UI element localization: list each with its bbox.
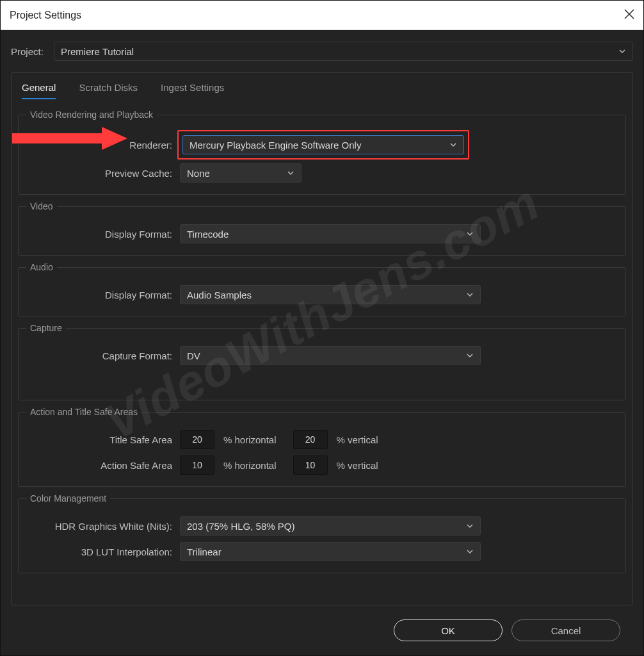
group-legend: Audio <box>26 262 57 272</box>
title-safe-label: Title Safe Area <box>26 434 180 445</box>
chevron-down-icon <box>449 140 457 151</box>
group-video: Video Display Format: Timecode <box>18 201 626 256</box>
hdr-white-label: HDR Graphics White (Nits): <box>26 521 180 532</box>
group-legend: Action and Title Safe Areas <box>26 407 141 417</box>
video-display-format-label: Display Format: <box>26 229 180 240</box>
project-select[interactable]: Premiere Tutorial <box>54 42 633 61</box>
title-safe-vertical-input[interactable]: 20 <box>293 430 328 449</box>
group-safe-areas: Action and Title Safe Areas Title Safe A… <box>18 407 626 487</box>
lut-interpolation-select[interactable]: Trilinear <box>180 542 481 561</box>
group-capture: Capture Capture Format: DV <box>18 323 626 400</box>
window-title: Project Settings <box>10 10 81 21</box>
titlebar: Project Settings <box>1 1 643 30</box>
group-audio: Audio Display Format: Audio Samples <box>18 262 626 316</box>
cancel-button[interactable]: Cancel <box>511 619 620 641</box>
pct-horizontal-label: % horizontal <box>223 434 277 445</box>
group-legend: Color Management <box>26 493 110 504</box>
group-rendering: Video Rendering and Playback Renderer: M… <box>18 110 626 195</box>
lut-interpolation-value: Trilinear <box>187 546 221 557</box>
chevron-down-icon <box>618 46 626 57</box>
tab-scratch-disks[interactable]: Scratch Disks <box>79 82 138 99</box>
group-color-management: Color Management HDR Graphics White (Nit… <box>18 493 626 573</box>
project-value: Premiere Tutorial <box>61 46 134 57</box>
chevron-down-icon <box>466 521 474 532</box>
action-safe-horizontal-input[interactable]: 10 <box>180 455 214 475</box>
renderer-select[interactable]: Mercury Playback Engine Software Only <box>182 135 464 154</box>
action-safe-vertical-input[interactable]: 10 <box>293 455 328 475</box>
group-legend: Video Rendering and Playback <box>26 110 157 120</box>
pct-vertical-label: % vertical <box>337 460 378 471</box>
audio-display-format-value: Audio Samples <box>187 290 252 300</box>
chevron-down-icon <box>466 229 474 240</box>
video-display-format-value: Timecode <box>187 229 229 240</box>
tab-ingest-settings[interactable]: Ingest Settings <box>161 82 224 99</box>
chevron-down-icon <box>466 350 474 361</box>
lut-interpolation-label: 3D LUT Interpolation: <box>26 546 180 557</box>
video-display-format-select[interactable]: Timecode <box>180 224 481 243</box>
pct-vertical-label: % vertical <box>337 434 378 445</box>
chevron-down-icon <box>466 290 474 300</box>
renderer-label: Renderer: <box>26 140 180 151</box>
close-icon[interactable] <box>624 9 634 22</box>
preview-cache-select[interactable]: None <box>180 163 302 183</box>
title-safe-horizontal-input[interactable]: 20 <box>180 430 214 449</box>
pct-horizontal-label: % horizontal <box>223 460 277 471</box>
capture-format-label: Capture Format: <box>26 350 180 361</box>
preview-cache-label: Preview Cache: <box>26 168 180 179</box>
preview-cache-value: None <box>187 168 210 179</box>
hdr-white-value: 203 (75% HLG, 58% PQ) <box>187 521 294 532</box>
renderer-value: Mercury Playback Engine Software Only <box>189 140 361 151</box>
action-safe-label: Action Safe Area <box>26 460 180 471</box>
audio-display-format-label: Display Format: <box>26 290 180 300</box>
audio-display-format-select[interactable]: Audio Samples <box>180 285 481 304</box>
chevron-down-icon <box>287 168 294 179</box>
hdr-white-select[interactable]: 203 (75% HLG, 58% PQ) <box>180 516 481 536</box>
capture-format-select[interactable]: DV <box>180 346 481 365</box>
project-label: Project: <box>11 46 46 57</box>
chevron-down-icon <box>466 546 474 557</box>
group-legend: Capture <box>26 323 66 333</box>
capture-format-value: DV <box>187 350 200 361</box>
tabs: General Scratch Disks Ingest Settings <box>18 73 626 103</box>
group-legend: Video <box>26 201 57 211</box>
ok-button[interactable]: OK <box>394 619 503 641</box>
tab-general[interactable]: General <box>22 82 56 99</box>
